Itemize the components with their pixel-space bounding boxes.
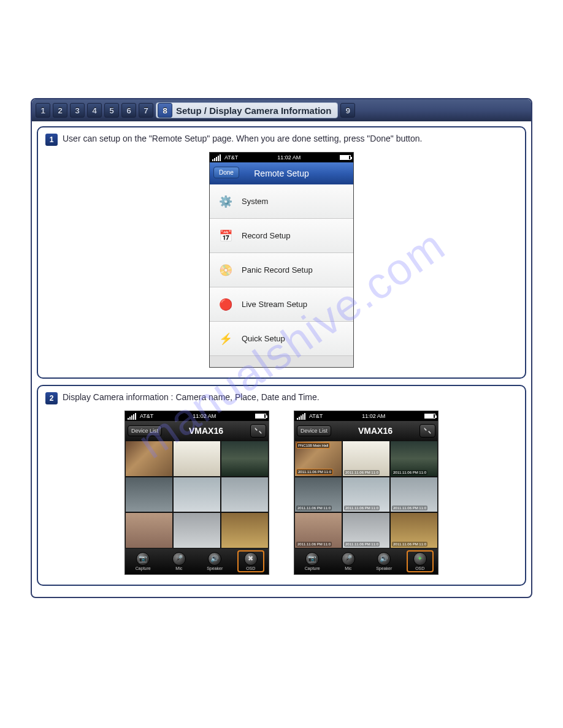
camera-cell[interactable]: 2011.11.06 PM 11:0 — [342, 512, 390, 548]
tab-4[interactable]: 4 — [87, 103, 102, 118]
battery-icon — [340, 155, 351, 160]
camera-toolbar: 📷Capture 🎤Mic 🔊Speaker ✖OSD — [125, 548, 269, 574]
osd-camera-name: PNC108 Main Hall — [296, 442, 330, 449]
remote-setup-navbar: Done Remote Setup — [210, 162, 353, 184]
calendar-icon: 📅 — [217, 227, 234, 245]
osd-timestamp: 2011.11.06 PM 11:0 — [344, 470, 380, 475]
camera-cell[interactable] — [221, 477, 269, 513]
device-list-button[interactable]: Device List — [297, 425, 331, 436]
expand-button[interactable] — [250, 424, 266, 438]
camera-navbar: Device List VMAX16 — [294, 421, 438, 441]
camera-cell[interactable]: 2011.11.06 PM 11:0 — [342, 477, 390, 513]
status-bar: AT&T 11:02 AM — [210, 153, 353, 162]
menu-label: Live Stream Setup — [242, 300, 307, 309]
speaker-button[interactable]: 🔊Speaker — [201, 552, 228, 571]
expand-icon — [254, 427, 262, 435]
device-title: VMAX16 — [358, 426, 393, 436]
menu-quick-setup[interactable]: ⚡ Quick Setup — [210, 322, 353, 356]
camera-view-phone-right: AT&T 11:02 AM Device List VMAX16 — [294, 411, 439, 575]
camera-cell[interactable]: 2011.11.06 PM 11:0 — [390, 477, 438, 513]
remote-setup-phone: AT&T 11:02 AM Done Remote Setup ⚙️ Syste… — [209, 152, 354, 368]
lightning-icon: ⚡ — [217, 330, 234, 347]
camera-cell[interactable] — [125, 512, 173, 548]
clock-label: 11:02 AM — [362, 413, 385, 419]
menu-label: Record Setup — [242, 231, 291, 240]
menu-panic-record-setup[interactable]: 📀 Panic Record Setup — [210, 253, 353, 287]
camera-view-phone-left: AT&T 11:02 AM Device List VMAX16 — [124, 411, 269, 575]
tab-2[interactable]: 2 — [53, 103, 67, 118]
camera-cell[interactable] — [173, 477, 221, 513]
osd-timestamp: 2011.11.06 PM 11:0 — [392, 506, 427, 510]
disc-icon: 📀 — [217, 262, 234, 279]
mic-button[interactable]: 🎤Mic — [335, 552, 362, 571]
camera-cell[interactable] — [173, 441, 221, 477]
menu-label: Quick Setup — [242, 334, 285, 343]
carrier-label: AT&T — [140, 413, 153, 419]
osd-timestamp: 2011.11.06 PM 11:0 — [296, 469, 333, 475]
tab-1[interactable]: 1 — [36, 103, 50, 118]
camera-cell[interactable] — [221, 441, 269, 477]
tab-7[interactable]: 7 — [139, 103, 153, 118]
camera-cell[interactable] — [221, 512, 269, 548]
camera-cell[interactable]: PNC108 Main Hall 2011.11.06 PM 11:0 — [294, 441, 342, 477]
capture-button[interactable]: 📷Capture — [129, 552, 156, 571]
mic-button[interactable]: 🎤Mic — [166, 552, 193, 571]
menu-record-setup[interactable]: 📅 Record Setup — [210, 219, 353, 253]
device-title: VMAX16 — [189, 426, 223, 436]
menu-label: System — [242, 197, 268, 206]
done-button[interactable]: Done — [213, 167, 239, 178]
tab-3[interactable]: 3 — [70, 103, 85, 118]
osd-button-active[interactable]: ✦OSD — [407, 550, 434, 572]
signal-icon — [297, 413, 305, 420]
osd-timestamp: 2011.11.06 PM 11:0 — [296, 542, 332, 547]
camera-cell[interactable]: 2011.11.06 PM 11:0 — [390, 512, 438, 548]
carrier-label: AT&T — [224, 154, 238, 161]
camera-grid[interactable] — [125, 441, 269, 548]
menu-live-stream-setup[interactable]: 🔴 Live Stream Setup — [210, 287, 353, 322]
step-2-number: 2 — [45, 392, 58, 404]
eye-icon: 🔴 — [217, 296, 234, 313]
speaker-button[interactable]: 🔊Speaker — [370, 552, 397, 571]
tab-6[interactable]: 6 — [121, 103, 136, 118]
device-list-button[interactable]: Device List — [128, 425, 162, 436]
expand-icon — [423, 427, 432, 435]
clock-label: 11:02 AM — [193, 413, 216, 419]
battery-icon — [255, 414, 266, 419]
step-1-box: 1 User can setup on the "Remote Setup" p… — [37, 126, 526, 379]
camera-cell[interactable] — [125, 477, 173, 513]
gear-icon: ⚙️ — [217, 193, 234, 210]
main-panel: 1 2 3 4 5 6 7 8 Setup / Display Camera I… — [31, 98, 532, 598]
step-2-text: Display Camera information : Camera name… — [63, 392, 320, 402]
step-1-text: User can setup on the "Remote Setup" pag… — [63, 134, 422, 143]
camera-navbar: Device List VMAX16 — [125, 421, 269, 441]
tab-9[interactable]: 9 — [340, 103, 355, 118]
camera-cell[interactable]: 2011.11.06 PM 11:0 — [294, 512, 342, 548]
capture-button[interactable]: 📷Capture — [299, 552, 326, 571]
osd-button[interactable]: ✖OSD — [237, 550, 264, 572]
osd-timestamp: 2011.11.06 PM 11:0 — [344, 506, 380, 510]
camera-cell[interactable] — [125, 441, 173, 477]
status-bar: AT&T 11:02 AM — [125, 411, 269, 421]
clock-label: 11:02 AM — [277, 154, 301, 161]
step-1-number: 1 — [45, 134, 58, 146]
tab-8-active[interactable]: 8 Setup / Display Camera Information — [156, 102, 338, 118]
camera-cell[interactable]: 2011.11.06 PM 11:0 — [342, 441, 390, 477]
osd-timestamp: 2011.11.06 PM 11:0 — [392, 470, 427, 475]
menu-system[interactable]: ⚙️ System — [210, 184, 353, 219]
camera-cell[interactable]: 2011.11.06 PM 11:0 — [294, 477, 342, 513]
osd-timestamp: 2011.11.06 PM 11:0 — [392, 542, 427, 547]
setup-menu-list: ⚙️ System 📅 Record Setup 📀 Panic Record … — [210, 184, 353, 367]
tab-5[interactable]: 5 — [104, 103, 119, 118]
tab-8-title: Setup / Display Camera Information — [176, 105, 331, 116]
expand-button[interactable] — [419, 424, 435, 438]
step-tab-bar: 1 2 3 4 5 6 7 8 Setup / Display Camera I… — [32, 99, 531, 121]
step-2-box: 2 Display Camera information : Camera na… — [37, 385, 526, 586]
camera-grid[interactable]: PNC108 Main Hall 2011.11.06 PM 11:0 2011… — [294, 441, 438, 548]
osd-timestamp: 2011.11.06 PM 11:0 — [344, 542, 380, 547]
menu-label: Panic Record Setup — [242, 265, 313, 275]
signal-icon — [212, 154, 221, 161]
battery-icon — [424, 414, 435, 419]
tab-8-number: 8 — [158, 103, 172, 118]
camera-cell[interactable]: 2011.11.06 PM 11:0 — [390, 441, 438, 477]
camera-cell[interactable] — [173, 512, 221, 548]
